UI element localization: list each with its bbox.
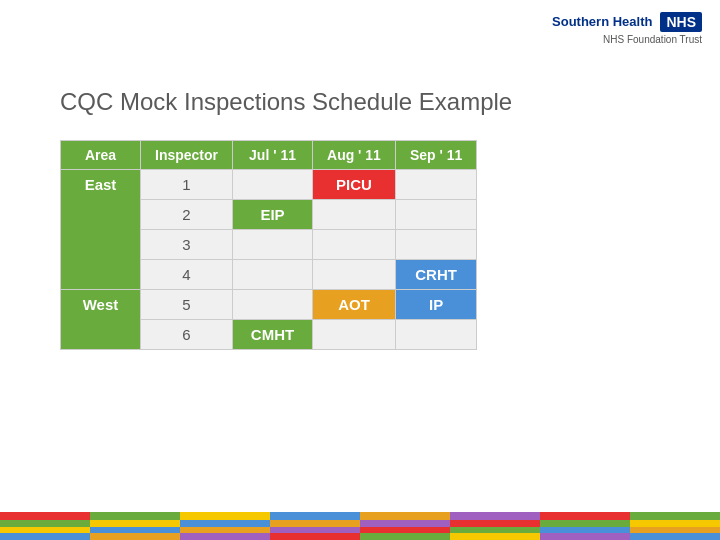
jul-cell [233, 290, 313, 320]
bar-segment [450, 533, 540, 540]
bar-segment [270, 512, 360, 520]
table-row: West5AOTIP [61, 290, 477, 320]
bar-segment [180, 533, 270, 540]
bar-segment [90, 520, 180, 527]
schedule-table-container: Area Inspector Jul ' 11 Aug ' 11 Sep ' 1… [60, 140, 477, 350]
bar-segment [450, 512, 540, 520]
sep-cell: IP [395, 290, 476, 320]
area-cell: West [61, 290, 141, 350]
inspector-cell: 5 [141, 290, 233, 320]
col-header-sep: Sep ' 11 [395, 141, 476, 170]
jul-cell [233, 170, 313, 200]
bar-row-4 [0, 533, 720, 540]
bar-segment [180, 512, 270, 520]
bar-segment [270, 533, 360, 540]
bar-segment [90, 533, 180, 540]
page-title: CQC Mock Inspections Schedule Example [60, 88, 512, 116]
col-header-inspector: Inspector [141, 141, 233, 170]
inspector-cell: 4 [141, 260, 233, 290]
schedule-table: Area Inspector Jul ' 11 Aug ' 11 Sep ' 1… [60, 140, 477, 350]
jul-cell: EIP [233, 200, 313, 230]
logo-area: Southern Health NHS NHS Foundation Trust [552, 12, 702, 45]
trust-name: NHS Foundation Trust [603, 34, 702, 45]
org-name: Southern Health [552, 14, 652, 30]
sep-cell: CRHT [395, 260, 476, 290]
bar-segment [450, 520, 540, 527]
bar-segment [630, 533, 720, 540]
bar-segment [360, 520, 450, 527]
bar-row-1 [0, 512, 720, 520]
aug-cell [313, 260, 396, 290]
bar-segment [0, 533, 90, 540]
inspector-cell: 3 [141, 230, 233, 260]
sep-cell [395, 320, 476, 350]
nhs-badge: NHS [660, 12, 702, 32]
table-header-row: Area Inspector Jul ' 11 Aug ' 11 Sep ' 1… [61, 141, 477, 170]
bar-segment [540, 512, 630, 520]
bar-segment [540, 520, 630, 527]
bottom-bars [0, 512, 720, 540]
inspector-cell: 6 [141, 320, 233, 350]
bar-segment [0, 512, 90, 520]
aug-cell [313, 200, 396, 230]
bar-segment [630, 512, 720, 520]
col-header-jul: Jul ' 11 [233, 141, 313, 170]
bar-segment [630, 520, 720, 527]
bar-segment [360, 533, 450, 540]
col-header-area: Area [61, 141, 141, 170]
sep-cell [395, 200, 476, 230]
bar-segment [180, 520, 270, 527]
aug-cell: AOT [313, 290, 396, 320]
sep-cell [395, 230, 476, 260]
bar-segment [90, 512, 180, 520]
inspector-cell: 2 [141, 200, 233, 230]
area-cell: East [61, 170, 141, 290]
bar-segment [270, 520, 360, 527]
bar-row-2 [0, 520, 720, 527]
aug-cell [313, 320, 396, 350]
bar-segment [360, 512, 450, 520]
aug-cell: PICU [313, 170, 396, 200]
jul-cell [233, 260, 313, 290]
jul-cell: CMHT [233, 320, 313, 350]
aug-cell [313, 230, 396, 260]
jul-cell [233, 230, 313, 260]
col-header-aug: Aug ' 11 [313, 141, 396, 170]
inspector-cell: 1 [141, 170, 233, 200]
bar-segment [0, 520, 90, 527]
sep-cell [395, 170, 476, 200]
bar-segment [540, 533, 630, 540]
table-row: East1PICU [61, 170, 477, 200]
